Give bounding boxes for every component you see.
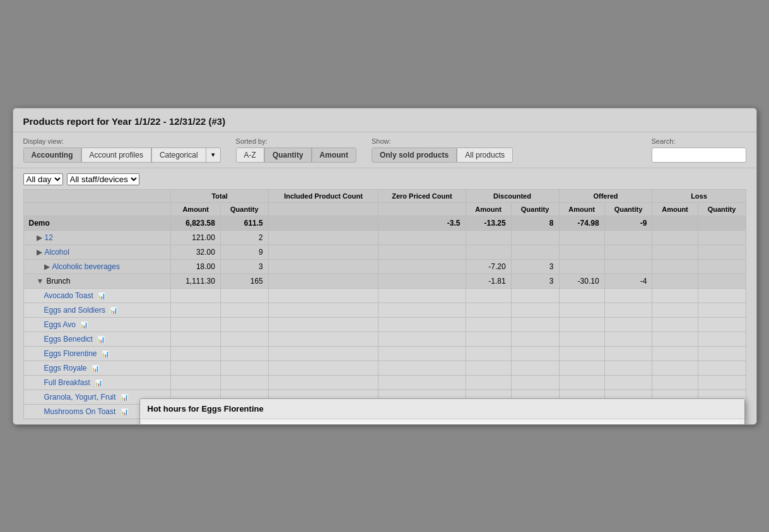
- chart-icon[interactable]: 📊: [102, 350, 109, 357]
- table-cell: [379, 317, 466, 332]
- main-layout: All day All staff/devices Total Included…: [13, 168, 756, 424]
- show-buttons: Only sold products All products: [372, 147, 513, 163]
- table-cell: [652, 259, 698, 274]
- table-cell: [379, 303, 466, 317]
- table-cell: [652, 245, 698, 259]
- row-name-link[interactable]: Avocado Toast: [44, 291, 93, 300]
- chart-icon[interactable]: 📊: [80, 321, 88, 328]
- row-name-link[interactable]: Eggs Royale: [44, 364, 87, 373]
- dropdown-arrow[interactable]: ▾: [206, 147, 221, 163]
- table-row: ▼Brunch1,111.30165-1.813-30.10-4: [23, 274, 746, 288]
- btn-quantity[interactable]: Quantity: [264, 147, 312, 163]
- table-cell: [379, 346, 466, 361]
- row-name-link[interactable]: 12: [45, 233, 53, 242]
- col-loss-amount-sub: Amount: [652, 202, 698, 216]
- table-cell: [511, 245, 559, 259]
- heatmap-popup: Hot hours for Eggs Florentine: [139, 398, 745, 425]
- table-row: Full Breakfast 📊: [23, 375, 746, 390]
- table-cell: [379, 230, 466, 245]
- row-name-link[interactable]: Mushrooms On Toast: [44, 407, 116, 416]
- table-cell: [466, 332, 511, 346]
- table-cell: [652, 317, 698, 332]
- row-name-link[interactable]: Eggs Florentine: [44, 349, 97, 358]
- expand-arrow[interactable]: ▶: [44, 262, 50, 271]
- btn-az[interactable]: A-Z: [236, 147, 264, 163]
- table-cell: [268, 332, 378, 346]
- table-cell: [466, 230, 511, 245]
- table-cell: [652, 303, 698, 317]
- table-cell: [268, 288, 378, 303]
- chart-icon[interactable]: 📊: [97, 336, 105, 343]
- table-cell: [604, 332, 652, 346]
- btn-only-sold[interactable]: Only sold products: [372, 147, 457, 163]
- sorted-by-label: Sorted by:: [236, 137, 356, 145]
- row-name-link[interactable]: Eggs Benedict: [44, 335, 93, 344]
- row-name-cell: Eggs Avo 📊: [23, 317, 171, 332]
- col-zero-priced-header: Zero Priced Count: [379, 189, 466, 202]
- table-cell: 6,823.58: [171, 216, 220, 230]
- table-cell: [559, 346, 604, 361]
- time-filter[interactable]: All day: [23, 173, 63, 185]
- table-cell: [511, 375, 559, 390]
- btn-amount[interactable]: Amount: [312, 147, 356, 163]
- btn-all-products[interactable]: All products: [457, 147, 513, 163]
- table-cell: [268, 303, 378, 317]
- table-cell: [698, 216, 746, 230]
- table-cell: [466, 288, 511, 303]
- chart-icon[interactable]: 📊: [91, 365, 99, 372]
- btn-account-profiles[interactable]: Account profiles: [81, 147, 151, 163]
- row-name-link[interactable]: Granola, Yogurt, Fruit: [44, 393, 116, 402]
- table-cell: [466, 375, 511, 390]
- staff-filter[interactable]: All staff/devices: [67, 173, 139, 185]
- chart-icon[interactable]: 📊: [110, 307, 117, 314]
- col-total-amount-sub: Amount: [171, 202, 220, 216]
- table-cell: 32.00: [171, 245, 220, 259]
- main-window: Products report for Year 1/1/22 - 12/31/…: [13, 108, 757, 425]
- row-name-link[interactable]: Eggs and Soldiers: [44, 306, 105, 315]
- table-cell: [379, 361, 466, 375]
- table-cell: 121.00: [171, 230, 220, 245]
- collapse-arrow[interactable]: ▼: [37, 277, 44, 286]
- row-name-cell: ▶Alcoholic beverages: [23, 259, 171, 274]
- row-name-link[interactable]: Alcohol: [45, 248, 69, 257]
- expand-arrow[interactable]: ▶: [37, 248, 42, 257]
- table-cell: [559, 230, 604, 245]
- table-row: Eggs Royale 📊: [23, 361, 746, 375]
- table-cell: [466, 303, 511, 317]
- table-cell: [698, 230, 746, 245]
- col-discounted-header: Discounted: [466, 189, 559, 202]
- table-cell: -13.25: [466, 216, 511, 230]
- chart-icon[interactable]: 📊: [120, 408, 128, 415]
- table-cell: [698, 317, 746, 332]
- row-name-text: Brunch: [46, 277, 70, 286]
- expand-arrow[interactable]: ▶: [37, 233, 42, 242]
- row-name-cell: Full Breakfast 📊: [23, 375, 171, 390]
- table-cell: [268, 375, 378, 390]
- display-view-buttons: Accounting Account profiles Categorical …: [23, 147, 221, 163]
- table-cell: [171, 361, 220, 375]
- table-cell: [698, 332, 746, 346]
- row-name-cell: Eggs Benedict 📊: [23, 332, 171, 346]
- table-row: ▶Alcohol32.009: [23, 245, 746, 259]
- chart-icon[interactable]: 📊: [98, 292, 105, 299]
- table-cell: 611.5: [220, 216, 268, 230]
- col-disc-qty-sub: Quantity: [511, 202, 559, 216]
- row-name-link[interactable]: Eggs Avo: [44, 320, 76, 329]
- table-cell: 18.00: [171, 259, 220, 274]
- heatmap-canvas: [143, 422, 738, 425]
- row-name-link[interactable]: Alcoholic beverages: [52, 262, 120, 271]
- table-cell: [652, 375, 698, 390]
- table-cell: [220, 303, 268, 317]
- col-offered-header: Offered: [559, 189, 652, 202]
- btn-accounting[interactable]: Accounting: [23, 147, 81, 163]
- table-cell: [652, 230, 698, 245]
- search-input[interactable]: [652, 147, 746, 163]
- table-row: Eggs Avo 📊: [23, 317, 746, 332]
- chart-icon[interactable]: 📊: [95, 379, 102, 386]
- table-cell: [466, 317, 511, 332]
- col-loss-qty-sub: Quantity: [698, 202, 746, 216]
- btn-categorical[interactable]: Categorical: [151, 147, 206, 163]
- table-cell: [268, 259, 378, 274]
- chart-icon[interactable]: 📊: [120, 394, 128, 401]
- row-name-link[interactable]: Full Breakfast: [44, 378, 90, 387]
